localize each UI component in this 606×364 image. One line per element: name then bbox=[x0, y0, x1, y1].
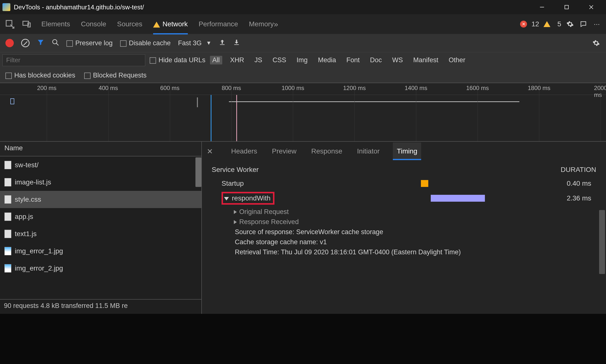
timing-info-cache: Cache storage cache name: v1 bbox=[212, 238, 596, 246]
request-row[interactable]: img_error_2.jpg bbox=[0, 260, 201, 277]
timing-label-startup: Startup bbox=[212, 180, 379, 187]
inspect-element-icon[interactable] bbox=[5, 19, 15, 29]
request-row[interactable]: sw-test/ bbox=[0, 156, 201, 174]
type-filter-xhr[interactable]: XHR bbox=[228, 56, 247, 64]
request-row[interactable]: image-list.js bbox=[0, 174, 201, 191]
request-name: img_error_1.jpg bbox=[15, 247, 63, 255]
device-toggle-icon[interactable] bbox=[22, 19, 32, 29]
network-toolbar: Preserve log Disable cache Fast 3G▼ bbox=[0, 34, 606, 52]
maximize-button[interactable] bbox=[562, 2, 572, 12]
request-status-bar: 90 requests 4.8 kB transferred 11.5 MB r… bbox=[0, 299, 201, 314]
collapse-triangle-icon bbox=[234, 220, 237, 224]
detail-tab-timing[interactable]: Timing bbox=[393, 142, 421, 160]
feedback-icon[interactable] bbox=[579, 20, 588, 29]
upload-har-icon[interactable] bbox=[219, 39, 226, 47]
disable-cache-checkbox[interactable]: Disable cache bbox=[120, 39, 171, 47]
network-settings-icon[interactable] bbox=[592, 39, 601, 47]
more-menu-icon[interactable]: ⋯ bbox=[592, 20, 601, 29]
request-row[interactable]: app.js bbox=[0, 208, 201, 225]
request-name: img_error_2.jpg bbox=[15, 264, 63, 272]
filter-input[interactable] bbox=[2, 54, 145, 66]
timing-bar-startup bbox=[421, 180, 428, 187]
document-file-icon bbox=[4, 161, 11, 169]
timing-duration-header: DURATION bbox=[561, 166, 596, 174]
timing-row-respondwith[interactable]: respondWith 2.36 ms bbox=[212, 192, 596, 205]
detail-tab-response[interactable]: Response bbox=[310, 142, 344, 160]
request-list-scrollbar[interactable] bbox=[195, 157, 201, 187]
expand-triangle-icon[interactable] bbox=[224, 197, 229, 200]
detail-close-icon[interactable]: ✕ bbox=[207, 147, 213, 156]
request-detail: ✕ HeadersPreviewResponseInitiatorTiming … bbox=[202, 142, 606, 314]
document-file-icon bbox=[4, 178, 11, 186]
more-panels-icon[interactable]: » bbox=[274, 20, 278, 29]
request-row[interactable]: text1.js bbox=[0, 225, 201, 243]
request-row[interactable]: style.css bbox=[0, 191, 201, 208]
detail-scrollbar[interactable] bbox=[599, 210, 605, 274]
timing-sub-response-received[interactable]: Response Received bbox=[212, 218, 596, 226]
throttle-select[interactable]: Fast 3G▼ bbox=[178, 39, 211, 47]
blocked-requests-checkbox[interactable]: Blocked Requests bbox=[84, 72, 147, 79]
timing-duration-respondwith: 2.36 ms bbox=[482, 194, 596, 202]
request-list-header[interactable]: Name bbox=[0, 142, 201, 156]
timeline-bar bbox=[229, 101, 519, 102]
type-filter-font[interactable]: Font bbox=[344, 56, 362, 64]
timeline-handle[interactable] bbox=[197, 97, 198, 107]
panel-tab-elements[interactable]: Elements bbox=[41, 15, 70, 33]
timing-info-source: Source of response: ServiceWorker cache … bbox=[212, 228, 596, 236]
download-har-icon[interactable] bbox=[233, 39, 240, 47]
app-icon bbox=[2, 3, 10, 11]
warning-count[interactable]: 5 bbox=[557, 20, 561, 28]
timing-info-retrieval: Retrieval Time: Thu Jul 09 2020 18:16:01… bbox=[212, 248, 596, 256]
request-name: sw-test/ bbox=[15, 161, 38, 169]
type-filter-other[interactable]: Other bbox=[446, 56, 468, 64]
request-name: image-list.js bbox=[15, 178, 51, 186]
clear-button[interactable] bbox=[21, 39, 30, 47]
warning-badge-icon[interactable] bbox=[543, 21, 550, 27]
filter-toggle-icon[interactable] bbox=[37, 39, 44, 47]
detail-tab-headers[interactable]: Headers bbox=[230, 142, 259, 160]
timing-sub-original-request[interactable]: Original Request bbox=[212, 208, 596, 216]
panel-tab-console[interactable]: Console bbox=[81, 15, 106, 33]
type-filter-css[interactable]: CSS bbox=[270, 56, 289, 64]
settings-icon[interactable] bbox=[566, 20, 574, 29]
svg-point-7 bbox=[53, 40, 57, 44]
image-file-icon bbox=[4, 247, 11, 255]
network-timeline[interactable]: 200 ms400 ms600 ms800 ms1000 ms1200 ms14… bbox=[0, 83, 606, 142]
detail-tab-initiator[interactable]: Initiator bbox=[356, 142, 381, 160]
detail-tab-preview[interactable]: Preview bbox=[271, 142, 298, 160]
panel-tabstrip: ElementsConsoleSourcesNetworkPerformance… bbox=[0, 14, 606, 34]
panel-tab-sources[interactable]: Sources bbox=[117, 15, 142, 33]
type-filter-ws[interactable]: WS bbox=[390, 56, 405, 64]
request-list: Name sw-test/image-list.jsstyle.cssapp.j… bbox=[0, 142, 202, 314]
filter-row-2: Has blocked cookies Blocked Requests bbox=[0, 68, 606, 83]
panel-tab-memory[interactable]: Memory bbox=[249, 15, 274, 33]
search-icon[interactable] bbox=[52, 39, 59, 47]
warning-icon bbox=[153, 22, 160, 28]
type-filter-all[interactable]: All bbox=[210, 56, 222, 64]
close-button[interactable] bbox=[586, 2, 596, 12]
panel-tab-performance[interactable]: Performance bbox=[199, 15, 238, 33]
timing-duration-startup: 0.40 ms bbox=[482, 180, 596, 187]
type-filter-img[interactable]: Img bbox=[294, 56, 310, 64]
type-filter-manifest[interactable]: Manifest bbox=[411, 56, 441, 64]
request-name: style.css bbox=[15, 196, 41, 203]
type-filter-js[interactable]: JS bbox=[252, 56, 265, 64]
error-badge-icon[interactable]: ✕ bbox=[520, 21, 527, 28]
document-file-icon bbox=[4, 230, 11, 238]
request-name: text1.js bbox=[15, 230, 37, 238]
type-filter-media[interactable]: Media bbox=[316, 56, 339, 64]
preserve-log-checkbox[interactable]: Preserve log bbox=[66, 39, 113, 47]
has-blocked-cookies-checkbox[interactable]: Has blocked cookies bbox=[5, 72, 75, 79]
panel-tab-network[interactable]: Network bbox=[153, 15, 188, 33]
error-count[interactable]: 12 bbox=[531, 20, 539, 28]
timing-bar-respondwith bbox=[431, 195, 485, 202]
hide-data-urls-checkbox[interactable]: Hide data URLs bbox=[150, 56, 206, 64]
minimize-button[interactable] bbox=[537, 2, 547, 12]
record-button[interactable] bbox=[5, 39, 14, 47]
document-file-icon bbox=[4, 195, 11, 204]
image-file-icon bbox=[4, 264, 11, 273]
type-filter-doc[interactable]: Doc bbox=[367, 56, 384, 64]
request-row[interactable]: img_error_1.jpg bbox=[0, 243, 201, 260]
window-title: DevTools - anubhamathur14.github.io/sw-t… bbox=[14, 3, 537, 11]
timeline-selection[interactable] bbox=[10, 98, 14, 104]
